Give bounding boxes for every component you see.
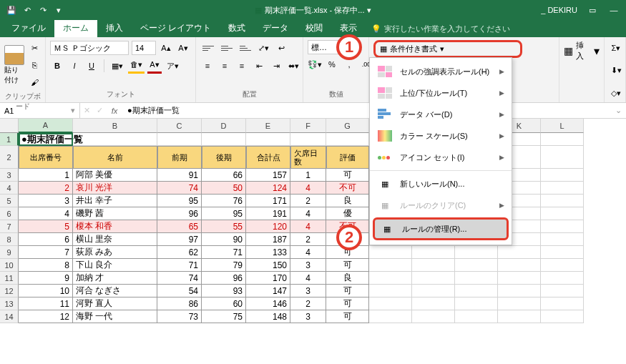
row-header[interactable]: 7 bbox=[0, 220, 19, 233]
row-header[interactable]: 2 bbox=[0, 146, 19, 169]
cell[interactable] bbox=[541, 220, 584, 233]
cell[interactable] bbox=[541, 297, 584, 310]
cell[interactable]: 欠席日数 bbox=[290, 146, 326, 169]
cell[interactable] bbox=[369, 246, 412, 259]
cell[interactable]: 120 bbox=[246, 220, 290, 233]
copy-icon[interactable]: ⎘ bbox=[27, 57, 41, 73]
column-header[interactable]: F bbox=[290, 119, 326, 133]
cell[interactable]: 可 bbox=[326, 259, 369, 272]
cell[interactable]: 11 bbox=[19, 297, 73, 310]
cell[interactable]: 55 bbox=[202, 220, 246, 233]
cell[interactable] bbox=[455, 246, 498, 259]
column-header[interactable]: A bbox=[19, 119, 73, 133]
minimize-icon[interactable]: — bbox=[607, 4, 620, 16]
cell[interactable]: 96 bbox=[157, 207, 202, 220]
cell[interactable]: 海野 一代 bbox=[73, 310, 157, 323]
cell[interactable]: 4 bbox=[290, 182, 326, 195]
decrease-indent-icon[interactable]: ⇤ bbox=[252, 58, 266, 74]
autosum-icon[interactable]: Σ▾ bbox=[609, 40, 623, 56]
cell[interactable]: ●期末評価一覧 bbox=[19, 133, 73, 146]
cell[interactable]: 1 bbox=[290, 169, 326, 182]
cell[interactable]: 優 bbox=[326, 207, 369, 220]
merge-center-icon[interactable]: ⬌▾ bbox=[286, 58, 300, 74]
cell[interactable] bbox=[498, 285, 541, 297]
column-header[interactable]: G bbox=[326, 119, 369, 133]
chevron-down-icon[interactable]: ▾ bbox=[367, 6, 371, 15]
cell[interactable]: 187 bbox=[246, 233, 290, 246]
cell[interactable] bbox=[541, 182, 584, 195]
cell[interactable] bbox=[412, 272, 455, 285]
row-header[interactable]: 8 bbox=[0, 233, 19, 246]
chevron-down-icon[interactable]: ▾ bbox=[594, 44, 600, 58]
row-header[interactable]: 11 bbox=[0, 272, 19, 285]
cut-icon[interactable]: ✂ bbox=[27, 40, 41, 56]
ribbon-options-icon[interactable]: ▭ bbox=[586, 4, 599, 16]
cell[interactable]: 4 bbox=[290, 207, 326, 220]
cell[interactable]: 2 bbox=[19, 182, 73, 195]
cell[interactable] bbox=[541, 169, 584, 182]
cell[interactable] bbox=[541, 146, 584, 169]
cell[interactable]: 9 bbox=[19, 272, 73, 285]
conditional-formatting-button[interactable]: ▦ 条件付き書式 ▾ bbox=[373, 40, 522, 58]
cell[interactable]: 6 bbox=[19, 233, 73, 246]
cell[interactable] bbox=[455, 297, 498, 310]
cell[interactable]: 阿部 美優 bbox=[73, 169, 157, 182]
increase-indent-icon[interactable]: ⇥ bbox=[269, 58, 283, 74]
row-header[interactable]: 1 bbox=[0, 133, 19, 146]
cell[interactable]: 8 bbox=[19, 259, 73, 272]
cf-clear-rules[interactable]: ▦ ルールのクリア(C) ▶ bbox=[370, 195, 512, 216]
tell-me-search[interactable]: 💡 実行したい作業を入力してください bbox=[366, 21, 516, 37]
cf-color-scales[interactable]: カラー スケール(S) ▶ bbox=[370, 125, 512, 147]
align-top-icon[interactable] bbox=[200, 40, 216, 56]
cell[interactable]: 124 bbox=[246, 182, 290, 195]
border-button[interactable]: ▦▾ bbox=[109, 58, 125, 74]
align-right-icon[interactable]: ≡ bbox=[235, 58, 249, 74]
cell[interactable]: 62 bbox=[157, 246, 202, 259]
cell[interactable] bbox=[498, 272, 541, 285]
cell[interactable] bbox=[455, 310, 498, 323]
cell[interactable]: 磯野 茜 bbox=[73, 207, 157, 220]
tab-data[interactable]: データ bbox=[254, 19, 297, 37]
cell[interactable]: 出席番号 bbox=[19, 146, 73, 169]
cell[interactable]: 4 bbox=[290, 220, 326, 233]
cell[interactable]: 65 bbox=[157, 220, 202, 233]
enter-icon[interactable]: ✓ bbox=[93, 106, 106, 115]
cell[interactable] bbox=[412, 297, 455, 310]
cf-manage-rules[interactable]: ▦ ルールの管理(R)... bbox=[373, 217, 509, 240]
formula-input[interactable]: ●期末評価一覧 bbox=[123, 105, 611, 116]
cell[interactable]: 良 bbox=[326, 272, 369, 285]
save-icon[interactable]: 💾 bbox=[6, 4, 17, 16]
cell[interactable]: 4 bbox=[290, 272, 326, 285]
cell[interactable] bbox=[412, 246, 455, 259]
row-header[interactable]: 5 bbox=[0, 195, 19, 207]
cell[interactable] bbox=[369, 259, 412, 272]
cell[interactable] bbox=[541, 195, 584, 207]
cell[interactable]: 4 bbox=[19, 207, 73, 220]
cell[interactable] bbox=[157, 133, 202, 146]
qat-customize-icon[interactable]: ▾ bbox=[53, 4, 64, 16]
font-name-select[interactable] bbox=[50, 41, 129, 55]
cell[interactable]: 12 bbox=[19, 310, 73, 323]
cf-icon-sets[interactable]: アイコン セット(I) ▶ bbox=[370, 147, 512, 168]
row-header[interactable]: 10 bbox=[0, 259, 19, 272]
italic-button[interactable]: I bbox=[67, 58, 82, 74]
tab-pagelayout[interactable]: ページ レイアウト bbox=[132, 19, 220, 37]
phonetic-button[interactable]: ア▾ bbox=[165, 58, 181, 74]
cell[interactable] bbox=[541, 207, 584, 220]
tab-home[interactable]: ホーム bbox=[54, 19, 97, 37]
cell[interactable] bbox=[498, 259, 541, 272]
column-header[interactable]: C bbox=[157, 119, 202, 133]
cell[interactable]: 合計点 bbox=[246, 146, 290, 169]
cell[interactable] bbox=[541, 133, 584, 146]
cell[interactable]: 170 bbox=[246, 272, 290, 285]
cell[interactable]: 河野 直人 bbox=[73, 297, 157, 310]
cf-new-rule[interactable]: ▦ 新しいルール(N)... bbox=[370, 173, 512, 195]
cell[interactable]: 不可 bbox=[326, 182, 369, 195]
cell[interactable]: 60 bbox=[202, 297, 246, 310]
cell[interactable]: 147 bbox=[246, 285, 290, 297]
cell[interactable] bbox=[455, 272, 498, 285]
undo-icon[interactable]: ↶ bbox=[21, 4, 33, 16]
cell[interactable] bbox=[541, 310, 584, 323]
align-bottom-icon[interactable] bbox=[238, 40, 253, 56]
font-color-button[interactable]: A▾ bbox=[147, 58, 162, 74]
